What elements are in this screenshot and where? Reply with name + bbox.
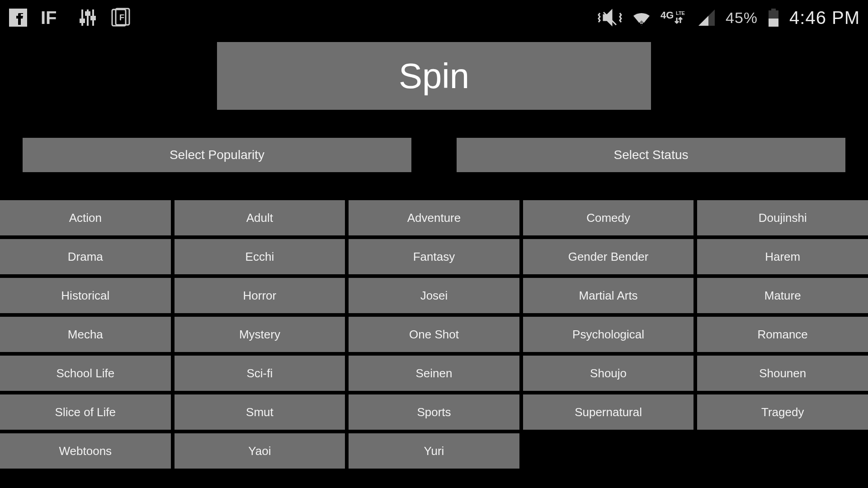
svg-text:LTE: LTE (676, 10, 685, 16)
genre-button-yaoi[interactable]: Yaoi (175, 433, 345, 469)
genre-button-shounen[interactable]: Shounen (697, 356, 868, 391)
battery-icon (767, 8, 780, 28)
network-4g-icon: 4G LTE (660, 8, 688, 28)
svg-text:4G: 4G (660, 9, 674, 21)
genre-button-sci-fi[interactable]: Sci-fi (175, 356, 345, 391)
select-status-button[interactable]: Select Status (457, 138, 845, 172)
genre-button-gender-bender[interactable]: Gender Bender (523, 239, 694, 274)
if-app-icon: IF (41, 8, 65, 28)
genre-button-josei[interactable]: Josei (349, 278, 519, 313)
genre-button-horror[interactable]: Horror (175, 278, 345, 313)
genre-button-tragedy[interactable]: Tragedy (697, 394, 868, 430)
battery-percent: 45% (726, 9, 758, 27)
genre-button-sports[interactable]: Sports (349, 394, 519, 430)
cell-signal-icon (697, 8, 717, 28)
status-bar-left: IF F (8, 8, 133, 28)
genre-button-webtoons[interactable]: Webtoons (0, 433, 171, 469)
svg-text:F: F (119, 13, 124, 22)
genre-button-supernatural[interactable]: Supernatural (523, 394, 694, 430)
genre-button-fantasy[interactable]: Fantasy (349, 239, 519, 274)
genre-button-seinen[interactable]: Seinen (349, 356, 519, 391)
genre-button-mystery[interactable]: Mystery (175, 317, 345, 352)
genre-button-doujinshi[interactable]: Doujinshi (697, 200, 868, 235)
spin-button[interactable]: Spin (217, 42, 651, 110)
genre-button-harem[interactable]: Harem (697, 239, 868, 274)
genre-button-one-shot[interactable]: One Shot (349, 317, 519, 352)
svg-rect-6 (86, 12, 90, 15)
wifi-icon (632, 8, 651, 28)
svg-marker-16 (698, 16, 708, 26)
svg-text:IF: IF (41, 8, 57, 28)
genre-button-mecha[interactable]: Mecha (0, 317, 171, 352)
genre-button-smut[interactable]: Smut (175, 394, 345, 430)
svg-rect-7 (91, 17, 95, 19)
flash-app-icon: F (110, 8, 133, 28)
sliders-icon (78, 8, 98, 28)
genre-button-action[interactable]: Action (0, 200, 171, 235)
genre-button-historical[interactable]: Historical (0, 278, 171, 313)
genre-button-school-life[interactable]: School Life (0, 356, 171, 391)
genre-grid: ActionAdultAdventureComedyDoujinshiDrama… (0, 200, 868, 469)
svg-rect-19 (769, 19, 778, 27)
genre-button-psychological[interactable]: Psychological (523, 317, 694, 352)
genre-button-shoujo[interactable]: Shoujo (523, 356, 694, 391)
genre-button-drama[interactable]: Drama (0, 239, 171, 274)
svg-rect-5 (80, 19, 84, 22)
genre-button-ecchi[interactable]: Ecchi (175, 239, 345, 274)
status-bar: IF F (0, 0, 868, 35)
genre-button-adult[interactable]: Adult (175, 200, 345, 235)
genre-button-comedy[interactable]: Comedy (523, 200, 694, 235)
status-bar-right: 4G LTE 45% 4:46 PM (597, 8, 860, 28)
genre-button-mature[interactable]: Mature (697, 278, 868, 313)
genre-button-martial-arts[interactable]: Martial Arts (523, 278, 694, 313)
select-popularity-button[interactable]: Select Popularity (23, 138, 411, 172)
svg-rect-18 (771, 9, 776, 10)
genre-button-slice-of-life[interactable]: Slice of Life (0, 394, 171, 430)
genre-button-romance[interactable]: Romance (697, 317, 868, 352)
genre-button-adventure[interactable]: Adventure (349, 200, 519, 235)
genre-button-yuri[interactable]: Yuri (349, 433, 519, 469)
status-clock: 4:46 PM (789, 8, 860, 28)
vibrate-icon (597, 8, 623, 28)
facebook-icon (8, 8, 28, 28)
